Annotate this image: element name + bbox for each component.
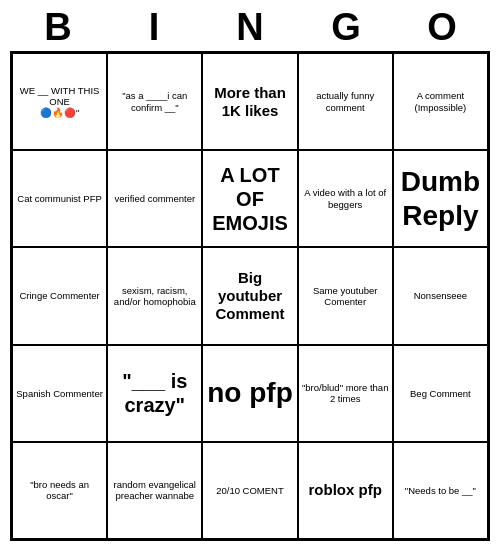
letter-i: I	[110, 6, 198, 49]
cell-10: Cringe Commenter	[12, 247, 107, 344]
cell-6: verified commenter	[107, 150, 202, 247]
cell-23: roblox pfp	[298, 442, 393, 539]
letter-g: G	[302, 6, 390, 49]
cell-12: Big youtuber Comment	[202, 247, 297, 344]
cell-16: "___ is crazy"	[107, 345, 202, 442]
cell-22: 20/10 COMENT	[202, 442, 297, 539]
cell-19: Beg Comment	[393, 345, 488, 442]
cell-4: A comment (Impossible)	[393, 53, 488, 150]
cell-11: sexism, racism, and/or homophobia	[107, 247, 202, 344]
cell-15: Spanish Commenter	[12, 345, 107, 442]
bingo-title: B I N G O	[10, 0, 490, 51]
cell-8: A video with a lot of beggers	[298, 150, 393, 247]
letter-o: O	[398, 6, 486, 49]
cell-14: Nonsenseee	[393, 247, 488, 344]
letter-n: N	[206, 6, 294, 49]
cell-21: random evangelical preacher wannabe	[107, 442, 202, 539]
bingo-grid: WE __ WITH THIS ONE🔵🔥🔴" "as a ____i can …	[10, 51, 490, 541]
cell-3: actually funny comment	[298, 53, 393, 150]
cell-5: Cat communist PFP	[12, 150, 107, 247]
cell-0: WE __ WITH THIS ONE🔵🔥🔴"	[12, 53, 107, 150]
cell-7: A LOT OF EMOJIS	[202, 150, 297, 247]
letter-b: B	[14, 6, 102, 49]
cell-13: Same youtuber Comenter	[298, 247, 393, 344]
cell-2: More than 1K likes	[202, 53, 297, 150]
cell-9: Dumb Reply	[393, 150, 488, 247]
cell-1: "as a ____i can confirm __"	[107, 53, 202, 150]
cell-20: "bro needs an oscar"	[12, 442, 107, 539]
cell-18: "bro/blud" more than 2 times	[298, 345, 393, 442]
cell-24: "Needs to be __"	[393, 442, 488, 539]
cell-17: no pfp	[202, 345, 297, 442]
